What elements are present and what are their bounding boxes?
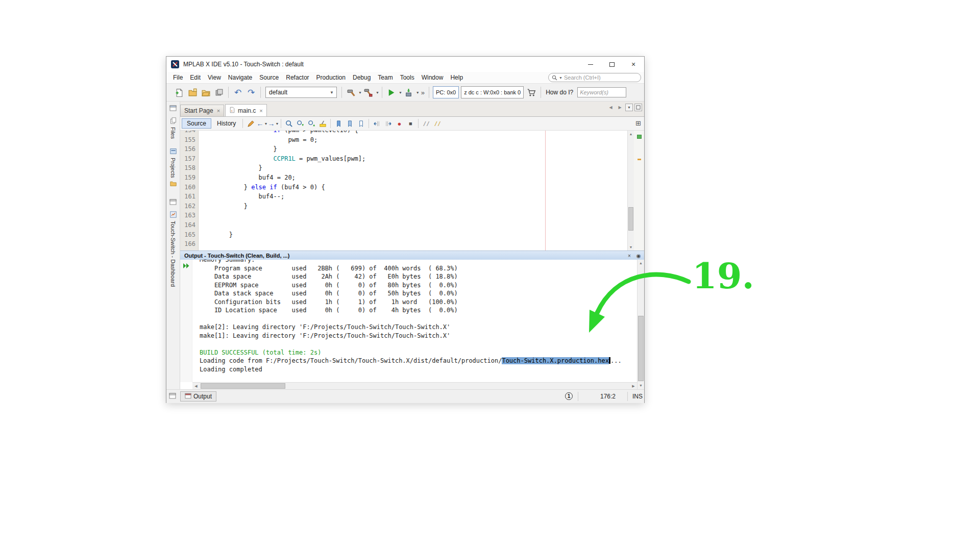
error-stripe[interactable]: [634, 131, 644, 251]
scroll-up-icon[interactable]: ▲: [628, 131, 634, 137]
output-line[interactable]: Data space used 2Ah ( 42) of E0h bytes (…: [200, 272, 637, 281]
toggle-highlight-icon[interactable]: [317, 118, 328, 129]
clean-and-build-button[interactable]: [362, 86, 375, 98]
run-dropdown-icon[interactable]: ▼: [399, 91, 402, 94]
tab-start-page[interactable]: Start Page ×: [180, 105, 224, 116]
new-file-button[interactable]: [173, 86, 186, 98]
next-bookmark-icon[interactable]: [344, 118, 355, 129]
search-input[interactable]: [564, 74, 638, 81]
scrollbar-thumb[interactable]: [628, 207, 633, 231]
code-editor[interactable]: 154 if (pwm > pwmlevel10) {155 pwm = 0;1…: [180, 131, 644, 251]
collapse-window-icon[interactable]: [168, 104, 178, 112]
menu-team[interactable]: Team: [374, 72, 396, 84]
close-tab-icon[interactable]: ×: [217, 108, 220, 114]
output-line[interactable]: make[1]: Leaving directory 'F:/Projects/…: [200, 332, 637, 340]
undo-button[interactable]: ↶: [231, 86, 244, 98]
code-line[interactable]: 158 }: [180, 163, 627, 173]
line-number[interactable]: 166: [180, 239, 199, 249]
menu-tools[interactable]: Tools: [397, 72, 418, 84]
line-number[interactable]: 156: [180, 144, 199, 154]
code-line[interactable]: 161 buf4--;: [180, 192, 627, 202]
menu-debug[interactable]: Debug: [349, 72, 374, 84]
output-line[interactable]: make[2]: Leaving directory 'F:/Projects/…: [200, 323, 637, 332]
output-line[interactable]: Configuration bits used 1h ( 1) of 1h wo…: [200, 298, 637, 307]
toolbar-overflow-icon[interactable]: »: [421, 89, 425, 96]
program-dropdown-icon[interactable]: ▼: [416, 91, 420, 94]
menu-help[interactable]: Help: [447, 72, 467, 84]
output-minimized-tab[interactable]: Output: [180, 391, 216, 402]
output-line[interactable]: Memory Summary:: [200, 260, 637, 264]
output-line[interactable]: Loading code from F:/Projects/Touch-Swit…: [200, 357, 637, 365]
code-line[interactable]: 157 CCPR1L = pwm_values[pwm];: [180, 154, 627, 164]
last-edit-icon[interactable]: [245, 118, 256, 129]
error-stripe-warning-mark[interactable]: [638, 159, 641, 160]
scroll-down-icon[interactable]: ▼: [638, 382, 644, 389]
code-line[interactable]: 163: [180, 211, 627, 220]
scroll-right-icon[interactable]: ▶: [630, 383, 637, 389]
minimize-button[interactable]: [580, 57, 601, 72]
scrollbar-thumb[interactable]: [201, 383, 285, 389]
maximize-button[interactable]: [601, 57, 623, 72]
open-project-button[interactable]: [199, 86, 212, 98]
find-selection-icon[interactable]: [283, 118, 295, 129]
forward-icon[interactable]: →▼: [267, 118, 279, 129]
run-project-button[interactable]: [385, 86, 398, 98]
keyword-input[interactable]: [577, 87, 626, 97]
back-icon[interactable]: ←▼: [256, 118, 267, 129]
start-macro-recording-icon[interactable]: ●: [394, 118, 405, 129]
line-number[interactable]: 155: [180, 135, 199, 145]
menu-production[interactable]: Production: [313, 72, 349, 84]
close-tab-icon[interactable]: ×: [259, 108, 262, 114]
line-number[interactable]: 160: [180, 183, 199, 192]
make-and-program-device-button[interactable]: [402, 86, 415, 98]
output-line[interactable]: Program space used 2BBh ( 699) of 400h w…: [200, 264, 637, 273]
maximize-editor-icon[interactable]: [634, 104, 642, 111]
scroll-up-icon[interactable]: ▲: [638, 260, 644, 267]
save-all-button[interactable]: [212, 86, 226, 98]
output-line[interactable]: EEPROM space used 0h ( 0) of 80h bytes (…: [200, 281, 637, 290]
shift-line-left-icon[interactable]: [371, 118, 382, 129]
menu-refactor[interactable]: Refactor: [282, 72, 312, 84]
menu-file[interactable]: File: [169, 72, 186, 84]
restore-window-icon[interactable]: [168, 198, 178, 206]
code-line[interactable]: 160 } else if (buf4 > 0) {: [180, 183, 627, 192]
code-line[interactable]: 155 pwm = 0;: [180, 135, 627, 145]
tab-list-dropdown-icon[interactable]: ▼: [625, 104, 633, 111]
menu-window[interactable]: Window: [418, 72, 447, 84]
code-line[interactable]: 164: [180, 220, 627, 230]
dock-tab-files[interactable]: Files: [170, 115, 177, 141]
menu-source[interactable]: Source: [256, 72, 282, 84]
dock-tab-dashboard[interactable]: Touch-Switch - Dashboard: [170, 209, 177, 289]
line-number[interactable]: 165: [180, 230, 199, 240]
output-horizontal-scrollbar[interactable]: ◀ ▶: [192, 382, 637, 389]
menu-navigate[interactable]: Navigate: [225, 72, 256, 84]
source-view-button[interactable]: Source: [182, 118, 211, 129]
previous-bookmark-icon[interactable]: [333, 118, 344, 129]
output-vertical-scrollbar[interactable]: ▲ ▼: [637, 260, 644, 389]
comment-icon[interactable]: //: [421, 118, 432, 129]
menu-edit[interactable]: Edit: [186, 72, 204, 84]
history-view-button[interactable]: History: [212, 118, 240, 129]
scroll-tabs-left-icon[interactable]: ◀: [607, 104, 615, 111]
redo-button[interactable]: ↷: [244, 86, 258, 98]
tab-main-c[interactable]: c main.c ×: [225, 104, 267, 116]
output-line[interactable]: [200, 315, 637, 323]
configuration-select[interactable]: default▼: [265, 87, 337, 98]
code-line[interactable]: 162 }: [180, 202, 627, 211]
microchip-store-cart-icon[interactable]: [525, 86, 538, 98]
line-number[interactable]: 158: [180, 163, 199, 173]
menu-view[interactable]: View: [204, 72, 225, 84]
output-line[interactable]: Loading completed: [200, 365, 637, 374]
quick-search[interactable]: ▼: [548, 73, 641, 82]
code-line[interactable]: 154 if (pwm > pwmlevel10) {: [180, 131, 627, 135]
clean-build-dropdown-icon[interactable]: ▼: [376, 91, 379, 94]
shift-line-right-icon[interactable]: [382, 118, 394, 129]
new-project-button[interactable]: [186, 86, 199, 98]
scroll-tabs-right-icon[interactable]: ▶: [616, 104, 624, 111]
line-number[interactable]: 159: [180, 173, 199, 183]
scroll-left-icon[interactable]: ◀: [192, 383, 200, 389]
how-do-i-label[interactable]: How do I?: [546, 89, 573, 96]
line-number[interactable]: 164: [180, 220, 199, 230]
editor-vertical-scrollbar[interactable]: ▲ ▼: [627, 131, 634, 251]
rerun-build-icon[interactable]: [182, 262, 190, 271]
